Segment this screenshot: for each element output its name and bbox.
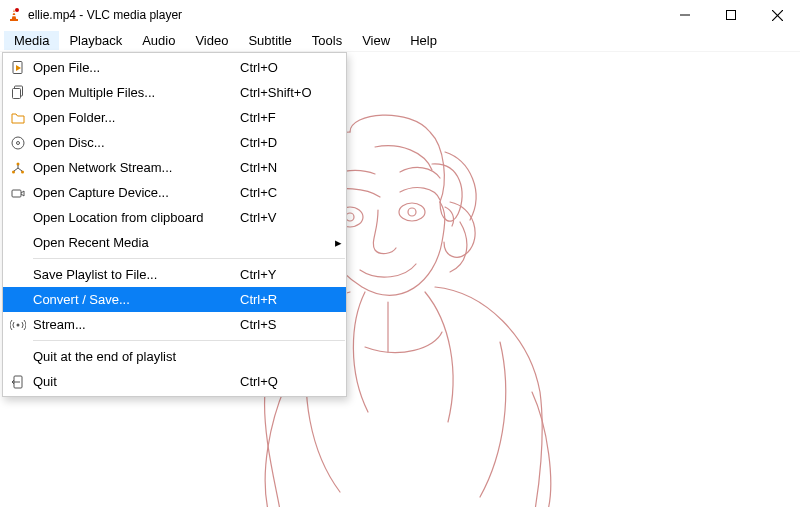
menubar-item-video[interactable]: Video — [185, 31, 238, 50]
menu-item-convert-save[interactable]: Convert / Save...Ctrl+R — [3, 287, 346, 312]
svg-point-18 — [17, 141, 20, 144]
menu-item-open-location-from-clipboard[interactable]: Open Location from clipboardCtrl+V — [3, 205, 346, 230]
capture-icon — [3, 185, 33, 201]
menu-item-label: Open Network Stream... — [33, 160, 240, 175]
menubar-item-playback[interactable]: Playback — [59, 31, 132, 50]
window-controls — [662, 0, 800, 30]
submenu-arrow-icon: ▸ — [330, 235, 346, 250]
svg-point-10 — [399, 203, 425, 221]
menubar-item-media[interactable]: Media — [4, 31, 59, 50]
files-icon — [3, 85, 33, 101]
menu-item-open-disc[interactable]: Open Disc...Ctrl+D — [3, 130, 346, 155]
svg-rect-3 — [10, 19, 18, 21]
menu-item-open-file[interactable]: Open File...Ctrl+O — [3, 55, 346, 80]
folder-icon — [3, 110, 33, 126]
menubar-item-subtitle[interactable]: Subtitle — [238, 31, 301, 50]
menu-item-open-folder[interactable]: Open Folder...Ctrl+F — [3, 105, 346, 130]
menu-item-shortcut: Ctrl+Shift+O — [240, 85, 330, 100]
menubar-item-tools[interactable]: Tools — [302, 31, 352, 50]
menu-item-label: Quit at the end of playlist — [33, 349, 240, 364]
menu-item-label: Convert / Save... — [33, 292, 240, 307]
menu-item-save-playlist-to-file[interactable]: Save Playlist to File...Ctrl+Y — [3, 262, 346, 287]
menu-item-label: Open Multiple Files... — [33, 85, 240, 100]
stream-icon — [3, 317, 33, 333]
window: ellie.mp4 - VLC media player MediaPlayba… — [0, 0, 800, 507]
menu-item-shortcut: Ctrl+S — [240, 317, 330, 332]
menu-item-open-network-stream[interactable]: Open Network Stream...Ctrl+N — [3, 155, 346, 180]
file-play-icon — [3, 60, 33, 76]
menu-item-quit-at-the-end-of-playlist[interactable]: Quit at the end of playlist — [3, 344, 346, 369]
menu-separator — [33, 340, 345, 341]
menu-item-open-multiple-files[interactable]: Open Multiple Files...Ctrl+Shift+O — [3, 80, 346, 105]
window-title: ellie.mp4 - VLC media player — [28, 8, 182, 22]
menu-item-label: Open Disc... — [33, 135, 240, 150]
svg-rect-22 — [12, 190, 21, 197]
svg-point-4 — [15, 8, 19, 12]
menu-item-shortcut: Ctrl+O — [240, 60, 330, 75]
menu-item-label: Open Capture Device... — [33, 185, 240, 200]
menubar: MediaPlaybackAudioVideoSubtitleToolsView… — [0, 30, 800, 52]
menu-item-label: Save Playlist to File... — [33, 267, 240, 282]
svg-point-11 — [346, 213, 354, 221]
menubar-item-help[interactable]: Help — [400, 31, 447, 50]
vlc-cone-icon — [6, 7, 22, 23]
menu-separator — [33, 258, 345, 259]
titlebar: ellie.mp4 - VLC media player — [0, 0, 800, 30]
menu-item-open-recent-media[interactable]: Open Recent Media▸ — [3, 230, 346, 255]
minimize-button[interactable] — [662, 0, 708, 30]
close-button[interactable] — [754, 0, 800, 30]
menu-item-open-capture-device[interactable]: Open Capture Device...Ctrl+C — [3, 180, 346, 205]
menu-item-shortcut: Ctrl+V — [240, 210, 330, 225]
menu-item-shortcut: Ctrl+D — [240, 135, 330, 150]
svg-point-17 — [12, 137, 24, 149]
menu-item-label: Open Folder... — [33, 110, 240, 125]
disc-icon — [3, 135, 33, 151]
menu-item-shortcut: Ctrl+Y — [240, 267, 330, 282]
svg-point-23 — [17, 323, 20, 326]
menu-item-shortcut: Ctrl+N — [240, 160, 330, 175]
menubar-item-view[interactable]: View — [352, 31, 400, 50]
menu-item-stream[interactable]: Stream...Ctrl+S — [3, 312, 346, 337]
menu-item-shortcut: Ctrl+Q — [240, 374, 330, 389]
maximize-button[interactable] — [708, 0, 754, 30]
video-area: Open File...Ctrl+OOpen Multiple Files...… — [0, 52, 800, 507]
svg-point-12 — [408, 208, 416, 216]
svg-rect-2 — [12, 15, 16, 16]
svg-rect-1 — [12, 12, 15, 13]
svg-marker-14 — [16, 65, 21, 71]
menu-item-label: Open Location from clipboard — [33, 210, 240, 225]
menu-item-label: Open Recent Media — [33, 235, 240, 250]
svg-rect-6 — [727, 11, 736, 20]
svg-rect-16 — [13, 88, 21, 98]
menu-item-quit[interactable]: QuitCtrl+Q — [3, 369, 346, 394]
menu-item-shortcut: Ctrl+R — [240, 292, 330, 307]
menu-item-label: Stream... — [33, 317, 240, 332]
media-menu-dropdown: Open File...Ctrl+OOpen Multiple Files...… — [2, 52, 347, 397]
menu-item-label: Quit — [33, 374, 240, 389]
menu-item-shortcut: Ctrl+F — [240, 110, 330, 125]
menu-item-label: Open File... — [33, 60, 240, 75]
menubar-item-audio[interactable]: Audio — [132, 31, 185, 50]
quit-icon — [3, 374, 33, 390]
menu-item-shortcut: Ctrl+C — [240, 185, 330, 200]
network-icon — [3, 160, 33, 176]
